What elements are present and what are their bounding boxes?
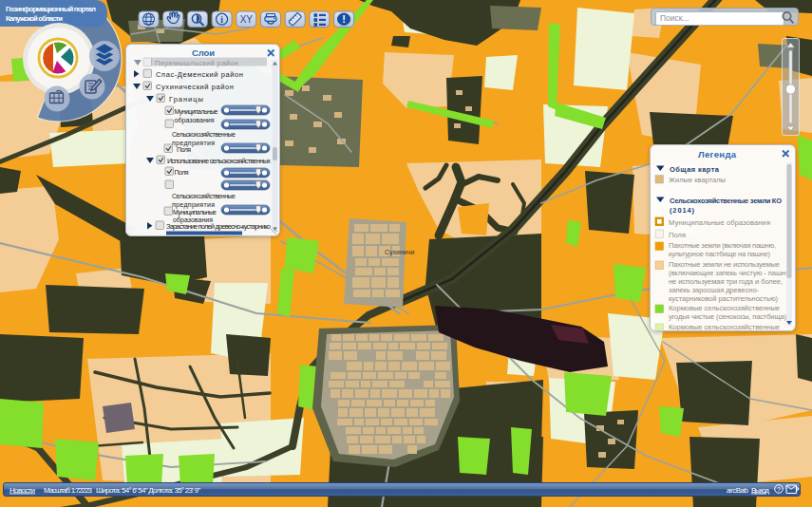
svg-text:Жилые кварталы: Жилые кварталы [669,176,726,184]
svg-text:Сухинический район: Сухинический район [156,83,234,91]
svg-text:Пахотные земли (включая пашню,: Пахотные земли (включая пашню, [669,241,776,250]
svg-text:Сельскохозяйственные: Сельскохозяйственные [172,193,236,199]
svg-text:Легенда: Легенда [698,149,737,160]
svg-text:Сельскохозяйственные: Сельскохозяйственные [172,131,236,138]
svg-text:Сельскохозяйственные земли КО: Сельскохозяйственные земли КО [670,197,782,205]
svg-text:кустарниковой растительностью): кустарниковой растительностью) [669,294,779,303]
svg-text:XY: XY [240,14,254,25]
svg-text:Границы: Границы [169,95,203,103]
svg-text:(2014): (2014) [670,206,695,215]
svg-text:Кормовые сельскохозяйственные: Кормовые сельскохозяйственные [669,304,780,312]
svg-text:запекь заросшая древесно-: запекь заросшая древесно- [669,286,760,294]
svg-text:Поля: Поля [669,231,686,239]
svg-text:культурное пастбище на пашне): культурное пастбище на пашне) [669,250,771,258]
svg-text:Использование сельскохозяйстве: Использование сельскохозяйственных [167,157,271,165]
svg-text:arcBab: arcBab [727,486,749,495]
svg-text:Спас-Деменский район: Спас-Деменский район [156,70,243,79]
svg-text:Сухиничи: Сухиничи [385,249,414,256]
svg-text:!: ! [342,13,346,25]
svg-text:Кормовые сельскохозяйственные: Кормовые сельскохозяйственные [669,323,780,331]
svg-text:угодья чистые (сенокосы, пастб: угодья чистые (сенокосы, пастбища) [669,312,787,321]
svg-text:Пахотные земли не используемые: Пахотные земли не используемые [669,260,780,269]
svg-text:образования: образования [175,117,215,124]
svg-text:Поля: Поля [175,169,189,176]
svg-text:Масштаб: 1:72223: Масштаб: 1:72223 [44,486,93,495]
svg-text:Зарастание полей древесно-куст: Зарастание полей древесно-кустарнико [166,222,271,231]
svg-text:Муниципальные: Муниципальные [173,209,217,216]
svg-text:Выход: Выход [751,486,769,495]
svg-text:Широта: 54° 6' 54" Долгота: 35: Широта: 54° 6' 54" Долгота: 35° 23' 9" [96,486,200,495]
svg-text:Общая карта: Общая карта [670,165,720,174]
svg-text:i: i [220,15,223,25]
svg-text:Поля: Поля [177,146,191,153]
svg-text:Муниципальные: Муниципальные [175,108,218,116]
svg-text:не используемая три года и бол: не используемая три года и более, [669,277,783,286]
svg-text:?: ? [777,486,781,493]
svg-text:Слои: Слои [192,47,215,58]
svg-text:Новости: Новости [9,486,35,495]
svg-text:Муниципальные образования: Муниципальные образования [669,218,770,227]
svg-text:(включающие запекь чистую - па: (включающие запекь чистую - пашня [669,269,789,277]
